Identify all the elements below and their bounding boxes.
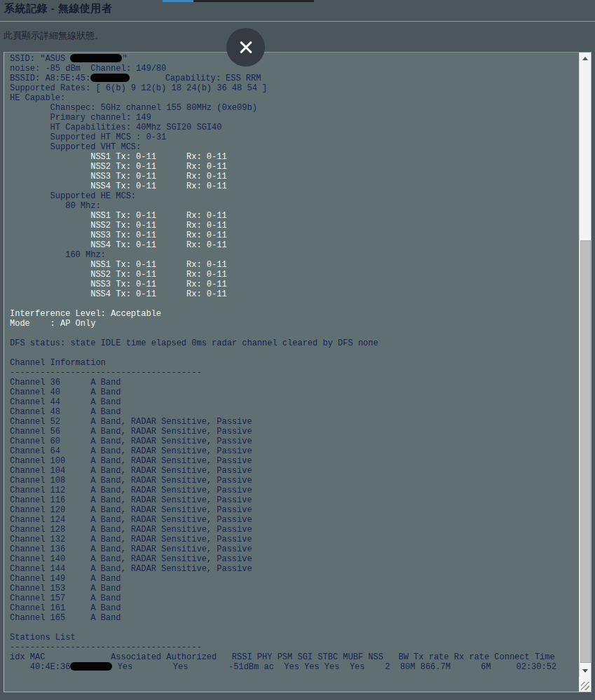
header-divider xyxy=(0,21,595,22)
log-line: Supported VHT MCS: xyxy=(10,142,579,152)
log-line: Channel 56 A Band, RADAR Sensitive, Pass… xyxy=(10,427,579,437)
log-line: Stations List xyxy=(10,633,579,643)
log-line: Channel 140 A Band, RADAR Sensitive, Pas… xyxy=(10,554,579,564)
log-line: Channel 112 A Band, RADAR Sensitive, Pas… xyxy=(10,486,579,495)
log-line: Channel 161 A Band xyxy=(10,603,579,613)
log-line: Channel 64 A Band, RADAR Sensitive, Pass… xyxy=(10,446,579,456)
log-line: Channel 153 A Band xyxy=(10,584,579,593)
log-line: NSS3 Tx: 0-11 Rx: 0-11 xyxy=(10,280,579,289)
active-tab-indicator xyxy=(163,0,193,2)
redaction-mark xyxy=(70,662,112,671)
log-line: Channel 116 A Band, RADAR Sensitive, Pas… xyxy=(10,495,579,505)
log-line: NSS4 Tx: 0-11 Rx: 0-11 xyxy=(10,181,579,191)
log-line: Channel 165 A Band xyxy=(10,613,579,623)
log-line: 40:4E:36 Yes Yes -51dBm ac Yes Yes Yes Y… xyxy=(10,662,579,672)
log-line: noise: -85 dBm Channel: 149/80 xyxy=(10,64,579,74)
log-line xyxy=(10,329,579,338)
log-line: Channel 144 A Band, RADAR Sensitive, Pas… xyxy=(10,564,579,574)
log-line: SSID: "ASUS " xyxy=(10,54,579,64)
log-line: Channel 100 A Band, RADAR Sensitive, Pas… xyxy=(10,456,579,466)
log-line: NSS3 Tx: 0-11 Rx: 0-11 xyxy=(10,231,579,240)
log-line: Channel 132 A Band, RADAR Sensitive, Pas… xyxy=(10,535,579,544)
log-line: DFS status: state IDLE time elapsed 0ms … xyxy=(10,338,579,348)
log-line: Channel 44 A Band xyxy=(10,397,579,407)
log-line: Primary channel: 149 xyxy=(10,113,579,123)
log-line: NSS2 Tx: 0-11 Rx: 0-11 xyxy=(10,162,579,172)
log-line: Channel 104 A Band, RADAR Sensitive, Pas… xyxy=(10,466,579,476)
page-title: 系統記錄 - 無線使用者 xyxy=(4,2,112,15)
log-line: HE Capable: xyxy=(10,93,579,103)
browser-tab-strip xyxy=(163,0,314,2)
log-line: Channel 36 A Band xyxy=(10,378,579,387)
log-line xyxy=(10,348,579,358)
log-line: -------------------------------------- xyxy=(10,643,579,652)
log-line: NSS2 Tx: 0-11 Rx: 0-11 xyxy=(10,270,579,280)
log-line: Channel 157 A Band xyxy=(10,593,579,603)
log-line: Supported Rates: [ 6(b) 9 12(b) 18 24(b)… xyxy=(10,83,579,93)
log-line xyxy=(10,299,579,309)
log-line: Channel 40 A Band xyxy=(10,387,579,397)
scroll-up-button[interactable] xyxy=(579,53,591,64)
close-icon xyxy=(239,41,253,55)
log-line: NSS3 Tx: 0-11 Rx: 0-11 xyxy=(10,172,579,181)
log-line: Channel 128 A Band, RADAR Sensitive, Pas… xyxy=(10,525,579,535)
log-line: Mode : AP Only xyxy=(10,319,579,329)
log-line: Supported HE MCS: xyxy=(10,191,579,201)
log-line: Chanspec: 5GHz channel 155 80MHz (0xe09b… xyxy=(10,103,579,113)
log-line: -------------------------------------- xyxy=(10,368,579,378)
scrollbar-thumb[interactable] xyxy=(580,240,591,663)
log-line: 160 Mhz: xyxy=(10,250,579,260)
log-line: NSS1 Tx: 0-11 Rx: 0-11 xyxy=(10,152,579,162)
log-line: Channel 52 A Band, RADAR Sensitive, Pass… xyxy=(10,417,579,427)
page-description: 此頁顯示詳細無線狀態。 xyxy=(4,29,104,42)
log-line: NSS1 Tx: 0-11 Rx: 0-11 xyxy=(10,260,579,270)
scrollbar[interactable] xyxy=(579,53,591,692)
log-line: NSS2 Tx: 0-11 Rx: 0-11 xyxy=(10,221,579,231)
log-line: Channel Information xyxy=(10,358,579,368)
log-line: Channel 120 A Band, RADAR Sensitive, Pas… xyxy=(10,505,579,515)
scroll-down-icon xyxy=(582,669,588,673)
log-line: NSS4 Tx: 0-11 Rx: 0-11 xyxy=(10,240,579,250)
log-line: BSSID: A8:5E:45: Capability: ESS RRM xyxy=(10,74,579,83)
log-line: Interference Level: Acceptable xyxy=(10,309,579,319)
log-line: NSS4 Tx: 0-11 Rx: 0-11 xyxy=(10,289,579,299)
log-line: Channel 108 A Band, RADAR Sensitive, Pas… xyxy=(10,476,579,486)
log-line: NSS1 Tx: 0-11 Rx: 0-11 xyxy=(10,211,579,221)
log-line: Channel 149 A Band xyxy=(10,574,579,584)
close-button[interactable] xyxy=(226,28,265,67)
log-line: HT Capabilities: 40Mhz SGI20 SGI40 xyxy=(10,123,579,132)
log-line: Channel 124 A Band, RADAR Sensitive, Pas… xyxy=(10,515,579,525)
log-text: SSID: "ASUS "noise: -85 dBm Channel: 149… xyxy=(4,53,579,692)
log-line: Channel 60 A Band, RADAR Sensitive, Pass… xyxy=(10,437,579,446)
redaction-mark xyxy=(70,54,122,62)
log-line: Supported HT MCS : 0-31 xyxy=(10,132,579,142)
redaction-mark xyxy=(90,74,130,82)
log-line xyxy=(10,623,579,633)
scroll-down-button[interactable] xyxy=(579,665,591,677)
resize-grip[interactable] xyxy=(579,677,591,692)
scroll-up-icon xyxy=(582,57,588,60)
wireless-status-log-panel[interactable]: SSID: "ASUS "noise: -85 dBm Channel: 149… xyxy=(4,52,591,692)
log-line: Channel 48 A Band xyxy=(10,407,579,417)
log-line: 80 Mhz: xyxy=(10,201,579,211)
log-line: Channel 136 A Band, RADAR Sensitive, Pas… xyxy=(10,544,579,554)
log-line: idx MAC Associated Authorized RSSI PHY P… xyxy=(10,652,579,662)
